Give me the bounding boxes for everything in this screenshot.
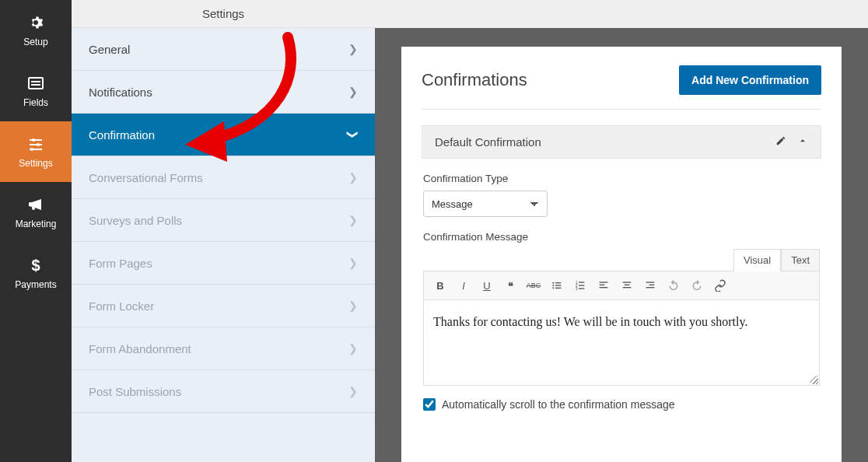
quote-icon[interactable]: ❝	[500, 276, 520, 295]
confirmations-card: Confirmations Add New Confirmation Defau…	[401, 47, 842, 462]
message-label: Confirmation Message	[423, 231, 820, 243]
subpanel-item-abandonment[interactable]: Form Abandonment❯	[72, 327, 375, 370]
rail-label: Setup	[23, 37, 47, 47]
chevron-right-icon: ❯	[348, 257, 358, 269]
ul-icon[interactable]	[547, 276, 567, 295]
subpanel-item-conversational[interactable]: Conversational Forms❯	[72, 156, 375, 199]
bullhorn-icon	[26, 195, 45, 214]
tab-text[interactable]: Text	[781, 249, 820, 271]
type-label: Confirmation Type	[423, 173, 820, 184]
bold-icon[interactable]: B	[430, 276, 450, 295]
svg-point-10	[552, 282, 554, 284]
rail-label: Payments	[15, 279, 56, 290]
main-top-bar	[375, 0, 868, 28]
svg-rect-24	[600, 287, 608, 288]
svg-rect-15	[555, 288, 561, 289]
editor-toolbar: B I U ❝ ABC 123	[423, 271, 820, 300]
svg-rect-25	[623, 282, 632, 282]
confirmation-accordion: Default Confirmation Confirmation Type M…	[422, 125, 821, 414]
edit-icon[interactable]	[775, 135, 786, 149]
left-rail: Setup Fields Settings Marketing $ Paymen…	[0, 0, 72, 462]
svg-point-12	[552, 285, 554, 286]
strike-icon[interactable]: ABC	[523, 276, 544, 295]
svg-rect-28	[646, 282, 655, 282]
svg-rect-23	[600, 285, 605, 285]
rail-label: Fields	[23, 97, 48, 108]
accordion-header[interactable]: Default Confirmation	[422, 125, 821, 159]
rail-item-fields[interactable]: Fields	[0, 61, 72, 121]
redo-icon[interactable]	[687, 276, 707, 295]
chevron-right-icon: ❯	[348, 342, 358, 355]
subpanel-item-formpages[interactable]: Form Pages❯	[72, 242, 375, 285]
list-icon	[26, 74, 45, 93]
chevron-right-icon: ❯	[348, 171, 358, 184]
chevron-down-icon: ❯	[347, 130, 359, 139]
subpanel-item-formlocker[interactable]: Form Locker❯	[72, 285, 375, 327]
chevron-right-icon: ❯	[348, 86, 358, 98]
svg-rect-19	[579, 285, 584, 285]
tab-visual[interactable]: Visual	[733, 249, 781, 271]
confirmation-type-select[interactable]: Message	[423, 191, 548, 217]
subpanel-item-notifications[interactable]: Notifications❯	[72, 71, 375, 114]
svg-rect-26	[625, 285, 630, 285]
svg-rect-30	[646, 287, 655, 288]
chevron-right-icon: ❯	[348, 214, 358, 226]
undo-icon[interactable]	[663, 276, 684, 295]
dollar-icon: $	[26, 256, 45, 275]
underline-icon[interactable]: U	[477, 276, 497, 295]
svg-rect-17	[579, 282, 584, 282]
chevron-right-icon: ❯	[348, 43, 358, 55]
subpanel-title: Settings	[72, 0, 375, 28]
accordion-title: Default Confirmation	[435, 135, 541, 149]
svg-point-6	[37, 143, 40, 146]
rail-item-marketing[interactable]: Marketing	[0, 182, 72, 243]
page-title: Confirmations	[422, 70, 527, 90]
ol-icon[interactable]: 123	[570, 276, 590, 295]
main-area: Confirmations Add New Confirmation Defau…	[375, 0, 868, 462]
svg-text:3: 3	[576, 287, 578, 291]
subpanel-item-postsubmissions[interactable]: Post Submissions❯	[72, 370, 375, 413]
align-left-icon[interactable]	[593, 276, 614, 295]
sliders-icon	[26, 135, 45, 153]
svg-rect-29	[649, 285, 655, 285]
auto-scroll-checkbox[interactable]	[423, 398, 436, 411]
subpanel-item-general[interactable]: General❯	[72, 28, 375, 71]
rail-label: Marketing	[16, 219, 57, 229]
svg-point-4	[32, 138, 35, 142]
settings-subpanel: Settings General❯ Notifications❯ Confirm…	[72, 0, 375, 462]
svg-rect-27	[623, 287, 632, 288]
auto-scroll-row[interactable]: Automatically scroll to the confirmation…	[423, 398, 820, 411]
svg-rect-22	[600, 282, 608, 282]
rail-item-settings[interactable]: Settings	[0, 121, 72, 182]
svg-rect-21	[579, 288, 584, 289]
auto-scroll-label: Automatically scroll to the confirmation…	[442, 398, 675, 411]
rail-label: Settings	[19, 158, 52, 169]
chevron-right-icon: ❯	[348, 385, 358, 397]
svg-rect-13	[555, 285, 561, 285]
svg-point-8	[30, 148, 33, 151]
gear-icon	[26, 13, 45, 32]
rail-item-setup[interactable]: Setup	[0, 0, 72, 61]
svg-point-14	[552, 287, 554, 289]
svg-text:$: $	[31, 257, 40, 274]
link-icon[interactable]	[710, 276, 730, 295]
svg-rect-0	[29, 78, 43, 89]
subpanel-item-surveys[interactable]: Surveys and Polls❯	[72, 199, 375, 242]
message-editor[interactable]: Thanks for contacting us! We will be in …	[423, 300, 820, 386]
rail-item-payments[interactable]: $ Payments	[0, 243, 72, 303]
subpanel-item-confirmation[interactable]: Confirmation❯	[72, 114, 375, 156]
editor-tabs: Visual Text	[423, 249, 820, 271]
collapse-icon[interactable]	[797, 135, 808, 149]
align-center-icon[interactable]	[617, 276, 637, 295]
chevron-right-icon: ❯	[348, 299, 358, 312]
italic-icon[interactable]: I	[453, 276, 474, 295]
align-right-icon[interactable]	[640, 276, 660, 295]
add-confirmation-button[interactable]: Add New Confirmation	[679, 65, 821, 95]
svg-rect-11	[555, 282, 561, 283]
